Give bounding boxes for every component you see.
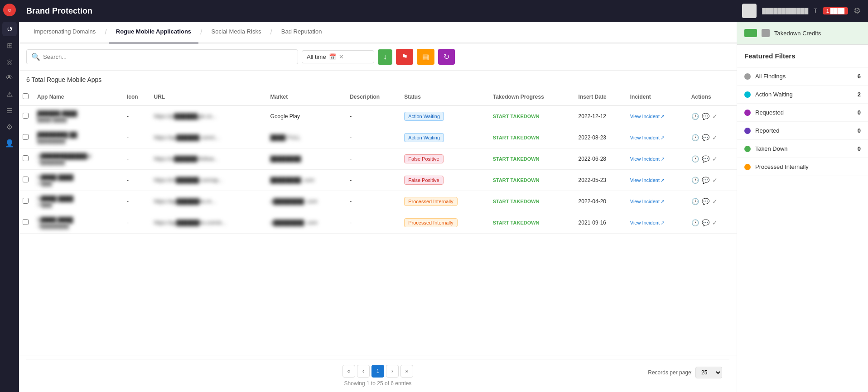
row-incident[interactable]: View Incident ↗	[627, 191, 688, 212]
row-incident[interactable]: View Incident ↗	[627, 148, 688, 170]
search-box[interactable]: 🔍	[26, 49, 298, 64]
table-header-row: App Name Icon URL Market Description Sta…	[19, 89, 737, 105]
user-separator: T	[814, 8, 817, 14]
filter-count: 0	[858, 127, 861, 134]
rogue-apps-table: App Name Icon URL Market Description Sta…	[19, 89, 737, 234]
row-takedown[interactable]: START TAKEDOWN	[489, 191, 575, 212]
row-checkbox-4[interactable]	[23, 198, 29, 204]
row-checkbox-5[interactable]	[23, 219, 29, 225]
row-insert-date: 2022-12-12	[575, 105, 627, 127]
filter-label: Requested	[755, 109, 853, 116]
filter-item-all-findings[interactable]: All Findings 6	[737, 67, 868, 86]
row-incident[interactable]: View Incident ↗	[627, 170, 688, 191]
row-url[interactable]: https://ch██████.com/ap...	[150, 170, 267, 191]
row-icon: -	[123, 148, 150, 170]
row-checkbox-3[interactable]	[23, 177, 29, 182]
row-takedown[interactable]: START TAKEDOWN	[489, 170, 575, 191]
row-checkbox-2[interactable]	[23, 155, 29, 161]
prev-page-btn[interactable]: ‹	[357, 365, 370, 378]
row-checkbox-1[interactable]	[23, 134, 29, 140]
history-action-icon[interactable]: 🕐	[691, 198, 699, 205]
row-description: -	[346, 212, 400, 234]
tab-social-media[interactable]: Social Media Risks	[204, 22, 269, 43]
takedown-button: START TAKEDOWN	[493, 177, 540, 183]
row-incident[interactable]: View Incident ↗	[627, 105, 688, 127]
row-app-name: N████ ████ M███	[34, 191, 123, 212]
search-input[interactable]	[43, 53, 293, 60]
check-action-icon[interactable]: ✓	[712, 113, 718, 120]
notification-badge[interactable]: 1 ████	[823, 7, 848, 14]
row-takedown[interactable]: START TAKEDOWN	[489, 127, 575, 148]
history-action-icon[interactable]: 🕐	[691, 177, 699, 184]
comment-action-icon[interactable]: 💬	[702, 219, 709, 226]
row-actions: 🕐 💬 ✓	[688, 127, 737, 148]
clear-date-icon[interactable]: ✕	[339, 53, 344, 60]
records-per-page-select[interactable]: 10 25 50 100	[695, 367, 722, 378]
filter-item-requested[interactable]: Requested 0	[737, 104, 868, 122]
filter-item-reported[interactable]: Reported 0	[737, 122, 868, 140]
col-status: Status	[400, 89, 489, 105]
sidebar-icon-user[interactable]: 👤	[2, 136, 17, 150]
row-incident[interactable]: View Incident ↗	[627, 212, 688, 234]
row-insert-date: 2021-09-16	[575, 212, 627, 234]
credits-icon-gray	[762, 29, 770, 37]
history-action-icon[interactable]: 🕐	[691, 219, 699, 226]
sidebar-icon-refresh[interactable]: ↺	[2, 22, 17, 36]
filter-item-action-waiting[interactable]: Action Waiting 2	[737, 86, 868, 104]
comment-action-icon[interactable]: 💬	[702, 134, 709, 141]
external-link-icon: ↗	[661, 135, 665, 141]
row-url[interactable]: https://pl██████gle.co...	[150, 105, 267, 127]
row-insert-date: 2022-05-23	[575, 170, 627, 191]
history-action-icon[interactable]: 🕐	[691, 113, 699, 120]
row-url[interactable]: https://w██████kfollow...	[150, 148, 267, 170]
comment-action-icon[interactable]: 💬	[702, 155, 709, 163]
table-view-button[interactable]: ▦	[417, 49, 434, 65]
row-status: Action Waiting	[400, 127, 489, 148]
filter-label: Processed Internally	[755, 163, 856, 170]
comment-action-icon[interactable]: 💬	[702, 177, 709, 184]
sidebar-icon-grid[interactable]: ⊞	[2, 38, 17, 53]
sidebar-icon-list[interactable]: ☰	[2, 103, 17, 118]
sidebar-icon-eye[interactable]: 👁	[2, 71, 17, 85]
sidebar-icon-target[interactable]: ◎	[2, 54, 17, 69]
refresh-button[interactable]: ↻	[438, 49, 455, 65]
flag-button[interactable]: ⚑	[396, 49, 413, 65]
row-checkbox-0[interactable]	[23, 113, 29, 119]
filter-label: Action Waiting	[755, 91, 853, 98]
row-takedown[interactable]: START TAKEDOWN	[489, 212, 575, 234]
row-url[interactable]: https://ap██████bo.m...	[150, 191, 267, 212]
check-action-icon[interactable]: ✓	[712, 134, 718, 141]
comment-action-icon[interactable]: 💬	[702, 198, 709, 205]
check-action-icon[interactable]: ✓	[712, 155, 718, 163]
row-insert-date: 2022-04-20	[575, 191, 627, 212]
pagination-wrapper: « ‹ 1 › » Records per page: 10 25 50 100…	[19, 355, 737, 392]
check-action-icon[interactable]: ✓	[712, 198, 718, 205]
filter-item-taken-down[interactable]: Taken Down 0	[737, 140, 868, 158]
tab-rogue-mobile[interactable]: Rogue Mobile Applications	[109, 22, 198, 43]
page-1-btn[interactable]: 1	[371, 365, 384, 378]
filters-list: All Findings 6 Action Waiting 2 Requeste…	[737, 67, 868, 176]
row-incident[interactable]: View Incident ↗	[627, 127, 688, 148]
sidebar-icon-alert[interactable]: ⚠	[2, 87, 17, 101]
row-url[interactable]: https://ap██████.com/c...	[150, 127, 267, 148]
row-takedown[interactable]: START TAKEDOWN	[489, 148, 575, 170]
settings-icon[interactable]: ⚙	[854, 6, 861, 16]
row-url[interactable]: https://ap██████bo.com/e...	[150, 212, 267, 234]
check-action-icon[interactable]: ✓	[712, 177, 718, 184]
comment-action-icon[interactable]: 💬	[702, 113, 709, 120]
tab-bad-reputation[interactable]: Bad Reputation	[274, 22, 329, 43]
select-all-checkbox[interactable]	[23, 93, 29, 99]
next-page-btn[interactable]: ›	[386, 365, 399, 378]
tab-impersonating-domains[interactable]: Impersonating Domains	[26, 22, 103, 43]
sidebar-icon-settings[interactable]: ⚙	[2, 120, 17, 134]
row-icon: -	[123, 127, 150, 148]
date-filter[interactable]: All time 📅 ✕	[302, 50, 374, 63]
history-action-icon[interactable]: 🕐	[691, 134, 699, 141]
last-page-btn[interactable]: »	[400, 365, 413, 378]
row-takedown[interactable]: START TAKEDOWN	[489, 105, 575, 127]
download-button[interactable]: ↓	[378, 49, 392, 65]
first-page-btn[interactable]: «	[342, 365, 355, 378]
history-action-icon[interactable]: 🕐	[691, 155, 699, 163]
filter-item-processed-internally[interactable]: Processed Internally	[737, 158, 868, 176]
check-action-icon[interactable]: ✓	[712, 219, 718, 226]
